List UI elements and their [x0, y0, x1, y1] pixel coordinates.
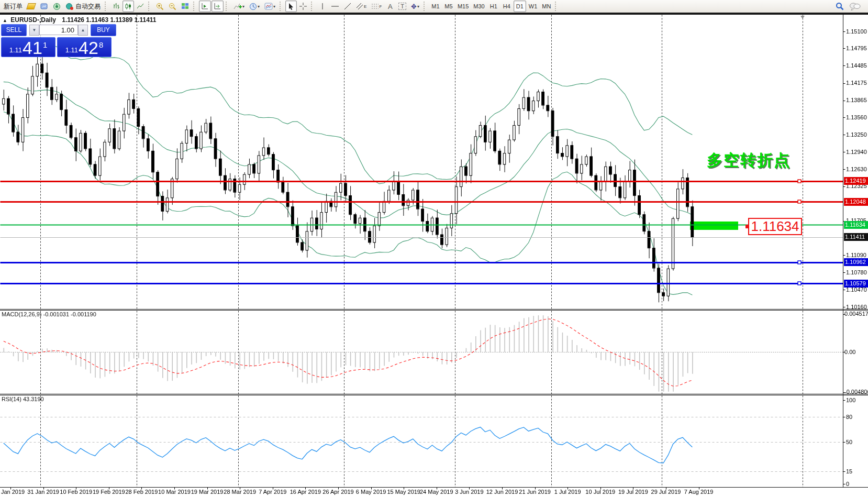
tab-timeframe-d1[interactable]: D1	[514, 1, 526, 12]
signals-button[interactable]	[51, 1, 63, 12]
dropdown-arrow-icon: ▾	[258, 4, 260, 9]
zoom-in-icon	[156, 3, 164, 10]
price-axis-tick-label: 1.12940	[846, 149, 867, 155]
callout-price-text: 1.11634	[751, 218, 799, 234]
trendline-icon	[344, 3, 351, 10]
date-axis-label: 7 Aug 2019	[684, 489, 714, 495]
candlestick-chart-button[interactable]	[123, 1, 134, 12]
tab-timeframe-w1[interactable]: W1	[527, 1, 540, 12]
date-axis-label: 28 Feb 2019	[126, 489, 158, 495]
dropdown-arrow-icon: ▾	[242, 4, 244, 9]
label-tool-glyph: T	[398, 3, 406, 10]
trendline-button[interactable]	[342, 1, 353, 12]
trend-turning-point-annotation[interactable]: 多空转折点	[707, 150, 791, 171]
tab-timeframe-mn[interactable]: MN	[540, 1, 553, 12]
price-line-tag: 1.11634	[844, 221, 868, 229]
fibonacci-button[interactable]: F	[369, 1, 384, 12]
equidistant-channel-button[interactable]: E	[354, 1, 369, 12]
date-axis-label: 19 Mar 2019	[191, 489, 224, 495]
text-tool-button[interactable]: A	[384, 1, 396, 12]
buy-price-prefix: 1.11	[65, 46, 78, 54]
styler-icon[interactable]	[25, 1, 37, 12]
volume-increase-button[interactable]: ▲	[78, 25, 88, 36]
buy-price-sup: 8	[99, 40, 103, 49]
toolbar-grip	[226, 2, 229, 11]
templates-icon	[264, 3, 273, 10]
tab-timeframe-m15[interactable]: M15	[455, 1, 471, 12]
line-chart-button[interactable]	[135, 1, 146, 12]
market-watch-button[interactable]	[38, 1, 50, 12]
symbol-period-label: EURUSD-,Daily	[10, 16, 56, 24]
tile-windows-button[interactable]	[179, 1, 191, 12]
date-axis-label: 29 Jul 2019	[651, 489, 681, 495]
fibonacci-icon	[371, 3, 379, 9]
chart-title: ▲ EURUSD-,Daily 1.11426 1.11463 1.11389 …	[3, 16, 157, 24]
crosshair-button[interactable]	[297, 1, 309, 12]
zoom-out-button[interactable]	[166, 1, 179, 12]
sell-price-tile[interactable]: 1.11 41 1	[1, 37, 55, 57]
window-icon: ▲	[3, 18, 7, 23]
templates-button[interactable]: ▾	[262, 1, 277, 12]
price-axis-tick-label: 1.10160	[846, 304, 867, 310]
date-axis-label: 28 Mar 2019	[224, 489, 256, 495]
autotrading-icon	[65, 3, 74, 10]
new-order-button[interactable]: 新订单	[2, 1, 25, 12]
clock-icon	[249, 3, 257, 10]
date-axis-label: 12 Jun 2019	[486, 489, 518, 495]
bar-chart-button[interactable]	[110, 1, 122, 12]
candlestick-chart-icon	[125, 3, 132, 10]
tab-timeframe-m1[interactable]: M1	[429, 1, 442, 12]
buy-button[interactable]: BUY	[91, 24, 116, 36]
volume-input[interactable]	[39, 25, 78, 35]
chat-button[interactable]	[849, 2, 861, 10]
rsi-axis-tick-label: 100	[846, 397, 855, 403]
rsi-pane-label: RSI(14) 43.3190	[2, 396, 44, 402]
date-axis-label: 2 Jan 2019	[0, 489, 25, 495]
horizontal-line-button[interactable]	[329, 1, 341, 12]
volume-decrease-button[interactable]: ▼	[29, 25, 39, 36]
zoom-in-button[interactable]	[154, 1, 166, 12]
mt4-window: 新订单 自动交易 ▾ ▾ ▾ E F A T ✥▾	[0, 0, 868, 497]
buy-price-tile[interactable]: 1.11 42 8	[57, 37, 112, 57]
channel-icon	[356, 3, 364, 10]
signals-icon	[53, 3, 61, 10]
autotrading-label: 自动交易	[75, 2, 101, 11]
main-toolbar: 新订单 自动交易 ▾ ▾ ▾ E F A T ✥▾	[0, 0, 868, 14]
indicators-button[interactable]: ▾	[231, 1, 247, 12]
search-icon	[836, 2, 844, 10]
vertical-line-button[interactable]	[317, 1, 328, 12]
price-axis-tick-label: 1.14485	[846, 62, 867, 69]
autotrading-button[interactable]: 自动交易	[63, 1, 103, 12]
date-axis-label: 16 Apr 2019	[290, 489, 321, 495]
date-axis-label: 19 Feb 2019	[93, 489, 125, 495]
callout-handle	[745, 225, 749, 228]
rsi-axis-tick-label: 15	[846, 468, 852, 474]
macd-pane-label: MACD(12,26,9) -0.001031 -0.001190	[2, 311, 96, 317]
one-click-trade-panel: SELL ▼ ▲ BUY 1.11 41 1 1.11 42 8	[1, 24, 116, 57]
date-axis-label: 3 Jun 2019	[455, 489, 483, 495]
price-callout-box[interactable]: 1.11634	[748, 218, 802, 235]
sell-button[interactable]: SELL	[1, 24, 27, 36]
periods-button[interactable]: ▾	[247, 1, 262, 12]
tab-timeframe-m30[interactable]: M30	[471, 1, 486, 12]
text-label-button[interactable]: T	[396, 1, 408, 12]
arrows-button[interactable]: ✥▾	[409, 1, 421, 12]
rsi-axis-tick-label: 80	[846, 414, 852, 420]
tab-timeframe-h1[interactable]: H1	[487, 1, 500, 12]
price-axis-tick-label: 1.11090	[846, 252, 866, 258]
toolbar-grip	[555, 2, 559, 11]
sell-price-big: 41	[23, 40, 42, 56]
chat-icon	[849, 2, 861, 10]
date-axis-label: 21 Jun 2019	[519, 489, 551, 495]
price-chart-canvas[interactable]	[0, 0, 868, 497]
auto-scroll-button[interactable]	[199, 1, 211, 12]
tab-timeframe-h4[interactable]: H4	[500, 1, 513, 12]
arrows-icon: ✥	[411, 3, 417, 10]
channel-sub-label: E	[364, 4, 366, 9]
price-axis-tick-label: 1.10780	[846, 269, 867, 275]
chart-shift-button[interactable]	[212, 1, 224, 12]
cursor-button[interactable]	[285, 1, 297, 12]
search-button[interactable]	[836, 2, 844, 10]
tab-timeframe-m5[interactable]: M5	[442, 1, 455, 12]
date-axis-label: 31 Jan 2019	[27, 489, 59, 495]
